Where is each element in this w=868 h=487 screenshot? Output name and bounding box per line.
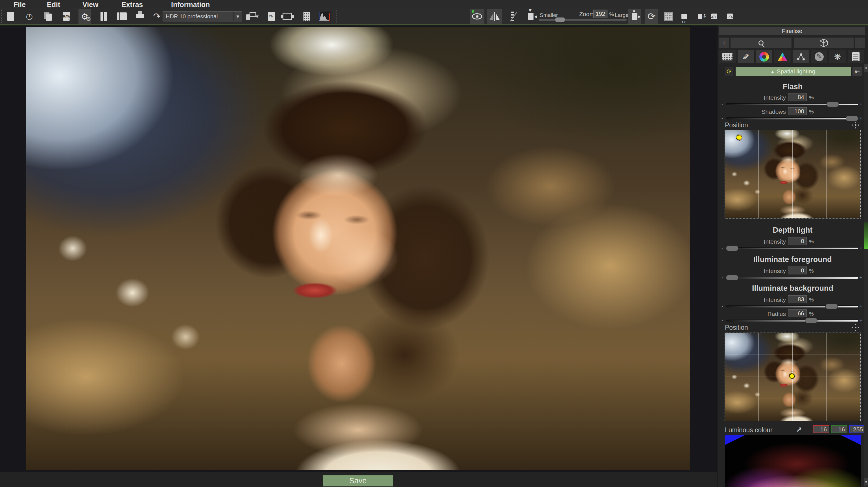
rotate-right-button[interactable]: ↷ bbox=[724, 10, 736, 23]
rotate-free-button[interactable]: ⟳ bbox=[645, 9, 658, 24]
remove-filter-button[interactable]: − bbox=[855, 37, 865, 48]
slider-track[interactable] bbox=[726, 305, 858, 307]
zoom-slider-thumb[interactable] bbox=[555, 17, 565, 22]
slider-thumb[interactable] bbox=[726, 275, 738, 280]
slider-minus[interactable]: - bbox=[721, 274, 723, 281]
slider-thumb[interactable] bbox=[726, 246, 738, 251]
before-after-button[interactable] bbox=[487, 9, 502, 24]
back-radius-value[interactable]: 66 bbox=[788, 309, 807, 317]
tab-brush[interactable]: ✎ bbox=[811, 50, 827, 63]
depth-intensity-value[interactable]: 0 bbox=[788, 237, 807, 245]
luminous-green-value[interactable]: 16 bbox=[831, 425, 847, 433]
menu-information[interactable]: Information bbox=[171, 0, 210, 8]
copy-button[interactable] bbox=[42, 10, 54, 23]
zoom-value-input[interactable]: 192 bbox=[593, 9, 608, 18]
full-frame-button[interactable] bbox=[281, 10, 293, 23]
image-canvas-area bbox=[0, 25, 717, 472]
preset-caret-icon[interactable]: ▼ bbox=[234, 11, 242, 21]
raw-settings-button[interactable]: RAW⚙ bbox=[60, 10, 73, 23]
main-toolbar: ◷ RAW⚙ ⚙⚙ ↷ HDR 10 professional ▼ ▼ ↷ ▼ … bbox=[0, 8, 868, 24]
slider-thumb[interactable] bbox=[827, 102, 839, 107]
tab-retouch[interactable]: ✎ bbox=[738, 50, 754, 63]
adjust-height-button[interactable]: ↕ bbox=[694, 10, 706, 23]
selection-button[interactable] bbox=[662, 10, 675, 23]
menu-file[interactable]: File bbox=[13, 0, 26, 8]
slider-thumb[interactable] bbox=[826, 304, 838, 309]
luminous-blue-value[interactable]: 255 bbox=[849, 425, 865, 433]
export-button[interactable]: ↷ bbox=[151, 10, 163, 23]
slider-thumb[interactable] bbox=[846, 116, 858, 121]
back-intensity-value[interactable]: 83 bbox=[788, 295, 807, 303]
search-field[interactable] bbox=[731, 37, 792, 48]
move-icon[interactable] bbox=[855, 124, 857, 126]
device-preview-button[interactable]: ▼ bbox=[246, 10, 258, 23]
filmstrip-button[interactable] bbox=[300, 10, 313, 23]
zoom-in-page-button[interactable]: ▲ ▶ bbox=[628, 9, 641, 24]
slider-track[interactable] bbox=[726, 247, 858, 249]
wipe-compare-button[interactable] bbox=[506, 10, 519, 23]
adjust-width-button[interactable]: ↔ bbox=[678, 10, 690, 23]
luminous-red-value[interactable]: 16 bbox=[813, 425, 829, 433]
panel-scrollbar-thumb[interactable] bbox=[864, 222, 868, 249]
position2-thumbnail[interactable]: ✹ bbox=[725, 333, 860, 421]
tab-color-wheel[interactable] bbox=[756, 50, 772, 63]
panel-scrollbar[interactable] bbox=[864, 72, 868, 487]
refresh-icon: ⟳ bbox=[726, 68, 732, 75]
print-button[interactable] bbox=[134, 10, 146, 23]
tab-aperture[interactable]: ❋ bbox=[829, 50, 846, 63]
slider-track[interactable] bbox=[726, 319, 858, 322]
photo-canvas[interactable] bbox=[26, 27, 690, 470]
slider-plus[interactable]: + bbox=[859, 101, 862, 107]
slider-plus[interactable]: + bbox=[859, 303, 862, 309]
zoom-slider[interactable] bbox=[538, 19, 627, 21]
panel-title[interactable]: Finalise bbox=[719, 27, 865, 35]
tab-report[interactable] bbox=[848, 50, 864, 63]
save-button[interactable]: Save bbox=[323, 475, 393, 486]
section-header-spatial-lighting[interactable]: ▲ Spatial lighting bbox=[736, 67, 851, 76]
fore-intensity-value[interactable]: 0 bbox=[788, 267, 807, 274]
luminous-colour-picker[interactable] bbox=[725, 435, 861, 487]
slider-minus[interactable]: - bbox=[721, 245, 723, 251]
slider-plus[interactable]: + bbox=[859, 274, 862, 281]
history-button[interactable]: ◷ bbox=[23, 10, 36, 23]
slider-minus[interactable]: - bbox=[721, 115, 723, 121]
flash-shadows-value[interactable]: 100 bbox=[788, 107, 807, 115]
settings-button[interactable]: ⚙⚙ bbox=[79, 9, 91, 24]
add-filter-button[interactable]: + bbox=[719, 37, 729, 48]
position1-thumbnail[interactable]: ✹ bbox=[725, 130, 860, 218]
image-export-button[interactable]: ↷ bbox=[265, 10, 278, 23]
move-icon[interactable] bbox=[855, 327, 857, 328]
dock-section-button[interactable]: ⇤ bbox=[852, 67, 862, 76]
tab-grain[interactable] bbox=[719, 50, 736, 63]
slider-track[interactable] bbox=[726, 103, 858, 105]
preview-eye-button[interactable] bbox=[470, 9, 485, 24]
rotate-left-button[interactable]: ↶ bbox=[708, 10, 720, 23]
slider-minus[interactable]: - bbox=[721, 101, 723, 107]
flash-intensity-value[interactable]: 84 bbox=[788, 93, 807, 101]
slider-track[interactable] bbox=[726, 117, 858, 119]
new-file-button[interactable] bbox=[4, 10, 17, 23]
panel-scrollbar-down-button[interactable] bbox=[864, 478, 868, 486]
panel-scrollbar-up-button[interactable] bbox=[864, 64, 868, 72]
panel-layout-button[interactable] bbox=[116, 10, 128, 23]
slider-plus[interactable]: + bbox=[859, 245, 862, 251]
eyedropper-icon[interactable]: ↗ bbox=[796, 426, 802, 434]
histogram-button[interactable] bbox=[318, 10, 331, 23]
slider-track[interactable] bbox=[726, 277, 858, 279]
preset-dropdown[interactable]: HDR 10 professional ▼ bbox=[163, 11, 242, 22]
slider-plus[interactable]: + bbox=[859, 317, 862, 324]
slider-thumb[interactable] bbox=[805, 318, 817, 323]
tab-nodes[interactable] bbox=[793, 50, 809, 63]
menu-extras[interactable]: Extras bbox=[121, 0, 143, 8]
menu-edit[interactable]: Edit bbox=[47, 0, 60, 8]
slider-minus[interactable]: - bbox=[721, 303, 723, 309]
toolbar-drag-handle[interactable] bbox=[1, 9, 2, 23]
split-view-button[interactable] bbox=[98, 10, 110, 23]
slider-plus[interactable]: + bbox=[859, 115, 862, 121]
reset-section-button[interactable]: ⟳ bbox=[725, 67, 733, 76]
tab-gamut[interactable] bbox=[774, 50, 790, 63]
3d-lut-button[interactable] bbox=[794, 37, 854, 48]
slider-minus[interactable]: - bbox=[721, 317, 723, 324]
zoom-out-page-button[interactable]: ▼ ◀ bbox=[524, 10, 537, 23]
menu-view[interactable]: View bbox=[83, 0, 98, 8]
